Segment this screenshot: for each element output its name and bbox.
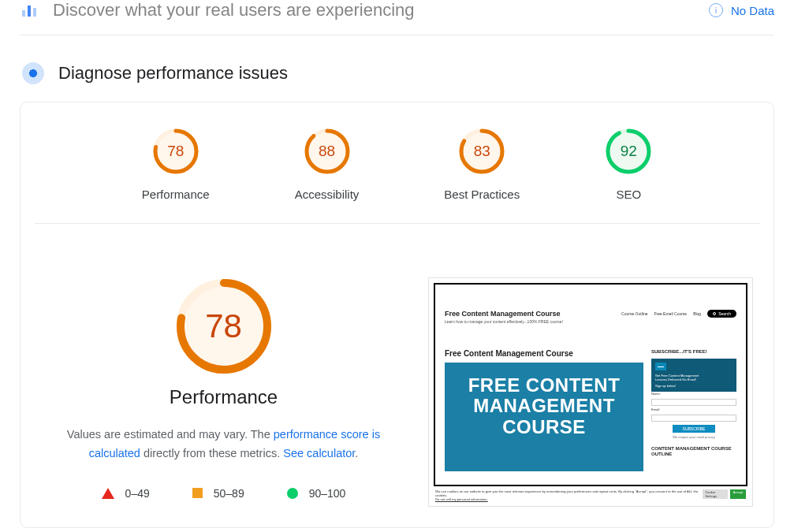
diagnose-card: 78 Performance 88 Accessibility 83: [20, 102, 774, 528]
no-data-text: No Data: [731, 4, 774, 17]
shot-side-title: SUBSCRIBE...IT'S FREE!: [651, 349, 736, 354]
shot-cookie-settings: Cookie Settings: [703, 489, 727, 499]
score-legend: 0–49 50–89 90–100: [102, 487, 346, 500]
score-gauges: 78 Performance 88 Accessibility 83: [35, 123, 759, 224]
shot-name-field: [651, 399, 736, 406]
shot-email-field: [651, 415, 736, 422]
gauge-label-best-practices: Best Practices: [444, 188, 520, 201]
envelope-icon: [655, 363, 666, 370]
gauge-ring-performance: 78: [152, 128, 199, 175]
legend-green: 90–100: [287, 487, 346, 500]
no-data-indicator[interactable]: i No Data: [709, 3, 774, 17]
discover-title: Discover what your real users are experi…: [53, 0, 415, 20]
shot-nav: Course Outline Free Email Course Blog Se…: [621, 310, 736, 318]
performance-large-ring: 78: [175, 277, 273, 375]
square-orange-icon: [192, 488, 203, 498]
shot-search-pill: Search: [707, 310, 736, 318]
diagnose-section-header: Diagnose performance issues: [20, 62, 774, 84]
info-icon: i: [709, 3, 723, 17]
shot-cookie-accept: Accept: [730, 489, 746, 499]
circle-green-icon: [287, 488, 298, 499]
gauge-accessibility[interactable]: 88 Accessibility: [295, 128, 360, 201]
legend-orange: 50–89: [192, 487, 244, 500]
performance-detail: 78 Performance Values are estimated and …: [44, 277, 403, 507]
gauge-label-seo: SEO: [616, 188, 641, 201]
discover-section-header: Discover what your real users are experi…: [20, 0, 774, 35]
gauge-label-performance: Performance: [142, 188, 210, 201]
gauge-seo[interactable]: 92 SEO: [605, 128, 652, 201]
performance-description: Values are estimated and may vary. The p…: [58, 426, 390, 463]
shot-cookie-bar: We use cookies on our website to give yo…: [435, 489, 746, 501]
page-screenshot: Free Content Management Course Learn how…: [428, 277, 753, 507]
gauge-ring-seo: 92: [605, 128, 652, 175]
gauge-best-practices[interactable]: 83 Best Practices: [444, 128, 520, 201]
gauge-ring-best-practices: 83: [458, 128, 505, 175]
svg-rect-1: [28, 6, 31, 17]
shot-main-heading: Free Content Management Course: [445, 349, 643, 358]
bars-icon: [20, 1, 39, 20]
shot-subtitle: Learn how to manage your content effecti…: [445, 319, 563, 324]
shot-subscribe-btn: SUBSCRIBE: [673, 425, 715, 433]
svg-rect-2: [33, 8, 36, 17]
shot-title: Free Content Management Course: [445, 310, 563, 318]
gauge-ring-accessibility: 88: [304, 128, 351, 175]
shot-outline: CONTENT MANAGEMENT COURSE OUTLINE: [651, 446, 736, 457]
gauge-performance[interactable]: 78 Performance: [142, 128, 210, 201]
legend-red: 0–49: [102, 487, 150, 500]
search-icon: [713, 312, 716, 315]
gauge-label-accessibility: Accessibility: [295, 188, 360, 201]
svg-rect-0: [22, 10, 25, 17]
pulse-icon: [22, 62, 44, 84]
performance-detail-title: Performance: [170, 386, 278, 408]
shot-side-box: Get Free Content Management Lessons Deli…: [651, 359, 736, 392]
shot-privacy: We respect your email privacy: [651, 435, 736, 439]
shot-hero: FREE CONTENT MANAGEMENT COURSE: [445, 363, 643, 471]
diagnose-title: Diagnose performance issues: [58, 63, 288, 84]
triangle-red-icon: [102, 488, 114, 499]
see-calculator-link[interactable]: See calculator: [283, 447, 355, 459]
